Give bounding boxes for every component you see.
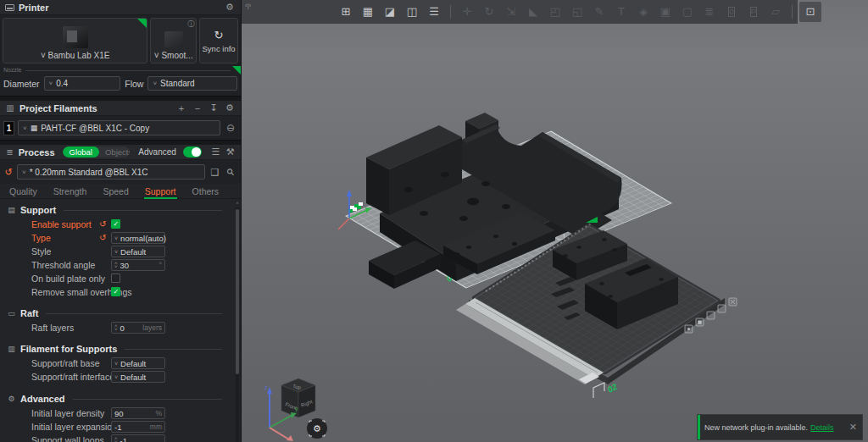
tab-quality[interactable]: Quality [8,185,38,198]
flow-label: Flow [125,79,143,89]
mesh-boolean-icon: ▣ [654,0,676,24]
setting-row-support-raft-interface: Support/raft interface ˅Default [0,370,241,384]
sync-icon: ↻ [214,29,224,41]
filaments-section-title: Project Filaments [19,103,97,113]
view-settings-button[interactable]: ⚙ [307,418,327,439]
add-icon[interactable]: ⊞ [335,0,357,24]
filament-settings-gear-icon[interactable]: ⚙ [224,102,236,113]
tab-support[interactable]: Support [144,185,177,198]
initial-layer-density-input[interactable]: 90% [111,407,165,419]
initial-layer-expansion-input[interactable]: -1mm [111,421,165,433]
printer-section-title: Printer [19,3,48,13]
seam-paint-icon: ◈ [632,0,654,24]
printer-model-select[interactable]: ˅ Bambu Lab X1E [41,51,109,60]
support-settings-panel: ▤ Support Enable support ↺ ✓ Type ↺ ˅nor… [0,199,241,442]
viewport-toolbar-icons: ⊞▦◪◫☰✛↻⇲◣◰◱✎T◈▣▢≣0P▱⊡ [335,0,821,24]
support-raft-interface-select[interactable]: ˅Default [111,371,165,383]
add-plate-icon[interactable]: ▦ [357,0,379,24]
scale-icon: ⇲ [500,0,522,24]
on-build-plate-only-checkbox[interactable] [111,273,120,283]
tune-icon[interactable]: ⚒ [225,146,236,157]
filament-index-badge: 1 [3,121,14,135]
plate-image [164,31,183,47]
conflict-reset-icon[interactable]: ↺ [3,167,14,178]
printer-settings-gear-icon[interactable]: ⚙ [224,2,236,13]
printer-cards: ˅ Bambu Lab X1E ⓘ ˅ Smoot... ↻ Sync info [0,15,241,66]
support-style-select[interactable]: ˅Default [111,246,165,257]
enable-support-checkbox[interactable]: ✓ [111,219,120,229]
import-filament-icon[interactable]: ↧ [208,102,220,113]
filament-select[interactable]: ˅ ▦ PAHT-CF @BBL X1C - Copy [18,120,220,135]
axis-y-label: y [295,406,298,412]
chevron-down-icon: ˅ [154,51,159,60]
lay-on-face-icon: ◣ [522,0,544,24]
filament-supports-group-header: ▥ Filament for Supports [0,341,241,356]
support-group-header: ▤ Support [0,202,241,218]
process-tabs: Quality Strength Speed Support Others [0,184,241,199]
support-raft-base-select[interactable]: ˅Default [111,357,165,369]
printer-icon [5,4,14,11]
setting-row-support-wall-loops: Support wall loops ˄˅ -1 [0,434,241,442]
plate-type-select[interactable]: ˅ Smoot... [154,51,193,60]
split-window-icon[interactable]: ☰ [423,0,445,24]
remove-filament-icon[interactable]: − [192,103,203,113]
setting-row-on-build-plate-only: On build plate only [0,272,241,285]
raft-layers-spinner[interactable]: ˄˅ 0 layers [111,322,165,334]
scope-objects-tab[interactable]: Objects [99,146,130,157]
auto-orient-icon[interactable]: ◪ [379,0,401,24]
tab-speed[interactable]: Speed [102,185,129,198]
filament-supports-group-icon: ▥ [7,345,16,353]
setting-row-support-raft-base: Support/raft base ˅Default [0,356,241,370]
sidebar: Printer ⚙ ˅ Bambu Lab X1E ⓘ ˅ Smoot... ↻… [0,0,242,442]
assembly-view-icon[interactable]: ⊡ [799,2,821,22]
reset-icon[interactable]: ↺ [99,219,106,229]
tab-strength[interactable]: Strength [53,185,88,198]
process-preset-row: ↺ ˅ * 0.20mm Standard @BBL X1C ❑ ⚲ [0,160,241,184]
advanced-toggle[interactable] [183,146,202,157]
info-icon: ⓘ [187,19,194,29]
view-0-icon: 0 [721,0,743,24]
view-p-icon: P [743,0,765,24]
setting-row-raft-layers: Raft layers ˄˅ 0 layers [0,321,241,334]
filament-section-icon: ▥ [5,103,15,113]
process-preset-select[interactable]: ˅ * 0.20mm Standard @BBL X1C [17,164,205,180]
add-filament-icon[interactable]: + [175,103,187,113]
viewport-3d[interactable]: 01 [242,0,868,442]
save-preset-icon[interactable]: ❑ [209,167,221,178]
collapse-sidebar-icon[interactable]: ‹|› [245,2,251,9]
nozzle-row: Diameter ˅ 0.4 Flow ˅ Standard [0,74,241,96]
setting-row-style: Style ˅Default [0,245,241,258]
flow-select[interactable]: ˅ Standard [147,76,237,91]
chevron-down-icon: ˅ [49,80,53,87]
printer-card[interactable]: ˅ Bambu Lab X1E [3,18,147,64]
search-icon[interactable]: ⚲ [225,167,237,178]
bambu-studio-prepare-screen: { "printer": { "section_title": "Printer… [0,0,868,442]
split-to-objects-icon: ◰ [544,0,566,24]
svg-text:⚙: ⚙ [313,423,321,434]
arrange-icon[interactable]: ◫ [401,0,423,24]
text-icon: T [610,0,632,24]
scrollbar-thumb[interactable] [236,209,239,374]
reset-icon[interactable]: ↺ [99,233,106,242]
notification-message: New network plug-in available. [704,423,808,432]
support-wall-loops-spinner[interactable]: ˄˅ -1 [111,434,165,442]
fit-view-icon: ▢ [676,0,698,24]
settings-scrollbar[interactable]: ˄ ˅ [235,201,240,442]
support-type-select[interactable]: ˅normal(auto) [111,232,165,244]
scope-global-tab[interactable]: Global [63,146,99,157]
scroll-up-icon[interactable]: ˄ [235,201,240,206]
variable-layer-height-icon: ≣ [698,0,721,24]
view-all-settings-icon[interactable]: ☰ [210,146,220,157]
threshold-angle-spinner[interactable]: ˄˅ 30 ° [111,259,165,271]
toolbar-separator [450,5,451,19]
tab-others[interactable]: Others [192,185,220,198]
notification-details-link[interactable]: Details [810,423,834,432]
plate-type-card[interactable]: ⓘ ˅ Smoot... [150,18,197,64]
close-icon[interactable]: ✕ [849,422,857,433]
sync-info-button[interactable]: ↻ Sync info [199,18,238,64]
remove-slot-icon[interactable]: ⊖ [224,122,237,134]
diameter-select[interactable]: ˅ 0.4 [44,76,121,91]
filaments-section-header: ▥ Project Filaments + − ↧ ⚙ [0,101,241,116]
chevron-down-icon: ˅ [41,51,46,60]
remove-small-overhangs-checkbox[interactable]: ✓ [111,287,120,296]
